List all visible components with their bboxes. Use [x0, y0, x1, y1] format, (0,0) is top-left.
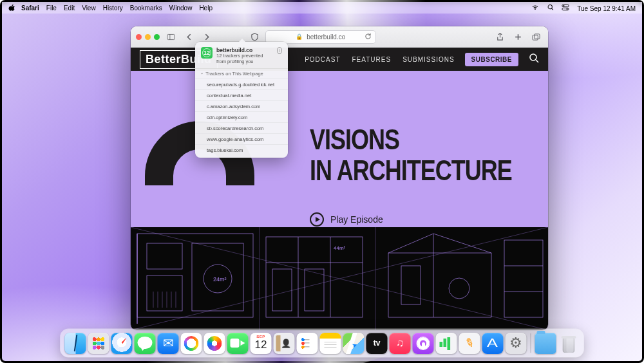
- svg-rect-20: [266, 237, 363, 317]
- tracker-item: securepubads.g.doubleclick.net: [195, 79, 288, 89]
- tab-overview-button[interactable]: [529, 30, 543, 43]
- dock-calendar[interactable]: SEP 12: [251, 333, 272, 354]
- tracker-item: www.google-analytics.com: [195, 133, 288, 144]
- trackers-section-header[interactable]: › Trackers on This Webpage: [195, 68, 288, 79]
- share-button[interactable]: [493, 30, 507, 43]
- svg-rect-6: [167, 34, 174, 39]
- svg-rect-25: [305, 269, 324, 311]
- svg-line-11: [536, 60, 538, 62]
- privacy-report-popover: 12 betterbuild.co 12 trackers prevented …: [195, 42, 288, 158]
- dock-downloads-folder[interactable]: [535, 333, 556, 354]
- svg-rect-24: [272, 269, 292, 311]
- desktop: Safari File Edit View History Bookmarks …: [0, 0, 644, 363]
- calendar-day: 12: [251, 339, 272, 351]
- hero-panel: VISIONS IN ARCHITECTURE EPISODE 14 Play …: [131, 71, 548, 330]
- chevron-down-icon: ›: [200, 73, 204, 75]
- window-fullscreen-button[interactable]: [154, 34, 160, 40]
- play-icon: [310, 212, 324, 227]
- address-host: betterbuild.co: [307, 33, 345, 41]
- hero-title-line1: VISIONS: [310, 126, 512, 153]
- dock-mail[interactable]: [158, 333, 179, 354]
- dock-music[interactable]: [390, 333, 411, 354]
- dock-notes[interactable]: [320, 333, 341, 354]
- svg-point-10: [530, 54, 536, 60]
- dock-freeform[interactable]: [181, 333, 202, 354]
- tracker-list: securepubads.g.doubleclick.net contextua…: [195, 79, 288, 155]
- privacy-summary: 12 trackers prevented from profiling you: [216, 53, 273, 64]
- window-traffic-lights: [136, 34, 160, 40]
- forward-button[interactable]: [200, 30, 214, 43]
- wifi-icon[interactable]: [531, 4, 539, 11]
- menu-help[interactable]: Help: [199, 5, 213, 12]
- site-search-icon[interactable]: [529, 53, 539, 66]
- svg-point-0: [548, 5, 552, 8]
- svg-line-1: [551, 8, 553, 10]
- svg-rect-9: [534, 33, 539, 38]
- tracker-item: tags.bluekai.com: [195, 144, 288, 155]
- tracker-count-badge: 12: [201, 47, 213, 59]
- nav-podcast[interactable]: PODCAST: [305, 56, 340, 63]
- svg-rect-2: [562, 5, 569, 6]
- reload-icon[interactable]: [365, 33, 372, 41]
- window-close-button[interactable]: [136, 34, 142, 40]
- dock-podcasts[interactable]: [413, 333, 434, 354]
- svg-text:44m²: 44m²: [334, 245, 346, 251]
- play-label: Play Episode: [330, 214, 383, 225]
- privacy-report-button[interactable]: [247, 30, 261, 43]
- menu-edit[interactable]: Edit: [64, 5, 75, 12]
- dock-numbers[interactable]: [436, 333, 457, 354]
- tracker-item: cdn.optimizely.com: [195, 111, 288, 122]
- menu-file[interactable]: File: [46, 5, 57, 12]
- dock-separator: [531, 333, 531, 353]
- menubar-status: Tue Sep 12 9:41 AM: [526, 4, 636, 12]
- new-tab-button[interactable]: [511, 30, 525, 43]
- svg-text:24m²: 24m²: [213, 276, 227, 283]
- dock-settings[interactable]: [506, 333, 527, 354]
- dock-launchpad[interactable]: [88, 333, 109, 354]
- dock-messages[interactable]: [135, 333, 156, 354]
- menubar: Safari File Edit View History Bookmarks …: [2, 2, 642, 14]
- dock-safari[interactable]: [111, 333, 133, 354]
- nav-submissions[interactable]: SUBMISSIONS: [402, 56, 454, 63]
- dock-facetime[interactable]: [227, 333, 249, 354]
- site-nav: PODCAST FEATURES SUBMISSIONS: [305, 56, 454, 63]
- play-episode-button[interactable]: Play Episode: [310, 212, 383, 227]
- sidebar-toggle-icon[interactable]: [164, 30, 178, 43]
- dock-reminders[interactable]: [297, 333, 318, 354]
- svg-point-30: [449, 278, 469, 299]
- svg-point-5: [567, 8, 568, 10]
- dock-photos[interactable]: [204, 333, 225, 354]
- dock-trash[interactable]: [558, 333, 580, 354]
- dock-tv[interactable]: [366, 333, 388, 354]
- spotlight-icon[interactable]: [547, 4, 554, 11]
- hero-title-line2: IN ARCHITECTURE: [310, 157, 512, 184]
- apple-menu-icon[interactable]: [8, 4, 16, 12]
- menu-view[interactable]: View: [82, 5, 96, 12]
- dock-appstore[interactable]: [482, 333, 504, 354]
- site-header: BetterBuild PODCAST FEATURES SUBMISSIONS…: [131, 48, 548, 71]
- safari-toolbar: 🔒 betterbuild.co: [131, 26, 548, 48]
- menu-history[interactable]: History: [103, 5, 123, 12]
- menu-bookmarks[interactable]: Bookmarks: [130, 5, 162, 12]
- dock-contacts[interactable]: [274, 333, 295, 354]
- menu-app-name[interactable]: Safari: [21, 5, 39, 12]
- menu-window[interactable]: Window: [169, 5, 193, 12]
- dock-maps[interactable]: [343, 333, 365, 354]
- dock-pages[interactable]: [459, 333, 480, 354]
- nav-features[interactable]: FEATURES: [352, 56, 392, 63]
- tracker-item: c.amazon-adsystem.com: [195, 100, 288, 111]
- back-button[interactable]: [182, 30, 196, 43]
- svg-marker-27: [388, 234, 491, 317]
- svg-rect-14: [147, 275, 182, 311]
- privacy-info-icon[interactable]: i: [277, 47, 282, 54]
- svg-rect-13: [147, 243, 182, 269]
- svg-rect-3: [562, 8, 569, 10]
- control-center-icon[interactable]: [562, 4, 569, 11]
- subscribe-button[interactable]: SUBSCRIBE: [465, 53, 518, 66]
- menubar-clock[interactable]: Tue Sep 12 9:41 AM: [577, 5, 636, 12]
- svg-point-4: [564, 5, 565, 6]
- dock-finder[interactable]: [65, 333, 86, 354]
- tracker-item: sb.scorecardresearch.com: [195, 122, 288, 133]
- svg-rect-31: [401, 266, 421, 304]
- window-minimize-button[interactable]: [145, 34, 151, 40]
